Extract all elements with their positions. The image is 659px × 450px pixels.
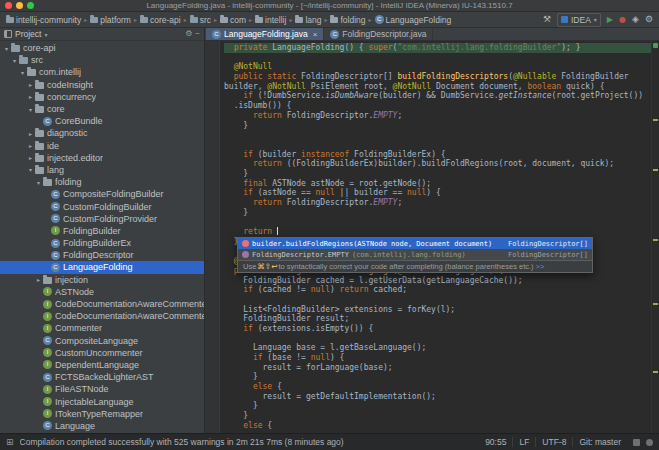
expand-arrow-icon[interactable]: ▸: [26, 81, 35, 88]
minimize-window-button[interactable]: [16, 2, 23, 9]
status-segment[interactable]: 90:55: [479, 437, 512, 447]
coverage-icon[interactable]: ◈: [632, 15, 639, 24]
tree-item-InjectableLanguage[interactable]: IInjectableLanguage: [0, 395, 204, 407]
breadcrumb-lang[interactable]: lang: [295, 15, 321, 25]
code-line[interactable]: if (base != null) {: [224, 353, 651, 363]
editor[interactable]: private LanguageFolding() { super("com.i…: [205, 41, 659, 433]
tab-LanguageFolding.java[interactable]: CLanguageFolding.java×: [206, 28, 324, 40]
code-line[interactable]: else {: [224, 421, 651, 431]
code-line[interactable]: [224, 130, 651, 140]
code-line[interactable]: [224, 140, 651, 150]
run-play-icon[interactable]: ▶: [607, 16, 613, 24]
code-line[interactable]: }: [224, 208, 651, 218]
collapse-arrow-icon[interactable]: ▾: [34, 179, 43, 186]
hint-more-link[interactable]: >>: [536, 262, 545, 271]
debug-bug-icon[interactable]: ●: [619, 16, 626, 24]
make-hammer-icon[interactable]: ⚒: [543, 15, 551, 24]
collapse-arrow-icon[interactable]: ▾: [2, 45, 11, 52]
code-line[interactable]: return FoldingDescriptor.EMPTY;: [224, 198, 651, 208]
expand-arrow-icon[interactable]: ▸: [26, 154, 35, 161]
tree-item-codeInsight[interactable]: ▸codeInsight: [0, 79, 204, 91]
code-line[interactable]: [224, 53, 651, 63]
collapse-arrow-icon[interactable]: ▾: [26, 166, 35, 173]
tree-item-concurrency[interactable]: ▸concurrency: [0, 91, 204, 103]
code-line[interactable]: if (builder instanceof FoldingBuilderEx)…: [224, 150, 651, 160]
tree-item-FCTSBackedLighterAST[interactable]: CFCTSBackedLighterAST: [0, 371, 204, 383]
breadcrumb-intellij-community[interactable]: intellij-community: [6, 15, 81, 25]
tree-item-FoldingBuilderEx[interactable]: CFoldingBuilderEx: [0, 237, 204, 249]
lock-icon[interactable]: [633, 439, 640, 446]
hector-inspector-icon[interactable]: [646, 439, 653, 446]
code-line[interactable]: List<FoldingBuilder> extensions = forKey…: [224, 305, 651, 315]
breadcrumb-intellij[interactable]: intellij: [255, 15, 286, 25]
warning-mark[interactable]: [653, 371, 658, 373]
tree-item-CodeDocumentationAwareCommenterEx[interactable]: ICodeDocumentationAwareCommenterEx: [0, 310, 204, 322]
tree-item-CoreBundle[interactable]: CCoreBundle: [0, 115, 204, 127]
code-line[interactable]: .isDumb()) {: [224, 101, 651, 111]
code-line[interactable]: }: [224, 411, 651, 421]
zoom-window-button[interactable]: [27, 2, 34, 9]
tree-item-FileASTNode[interactable]: IFileASTNode: [0, 383, 204, 395]
completion-item[interactable]: builder.buildFoldRegions(ASTNode node, D…: [238, 238, 592, 249]
toolwindow-toggle-icon[interactable]: ⊞: [6, 438, 14, 447]
code-line[interactable]: public static FoldingDescriptor[] buildF…: [224, 72, 651, 82]
code-line[interactable]: private LanguageFolding() { super("com.i…: [224, 43, 651, 53]
warning-mark[interactable]: [653, 119, 658, 121]
expand-arrow-icon[interactable]: ▸: [34, 276, 43, 283]
code-line[interactable]: result = getDefaultImplementation();: [224, 392, 651, 402]
code-line[interactable]: if (astNode == null || builder == null) …: [224, 188, 651, 198]
inspection-indicator[interactable]: [653, 43, 658, 48]
code-line[interactable]: if (extensions.isEmpty()) {: [224, 324, 651, 334]
code-line[interactable]: [224, 295, 651, 305]
tree-item-lang[interactable]: ▾lang: [0, 164, 204, 176]
expand-arrow-icon[interactable]: ▸: [26, 130, 35, 137]
tree-item-injection[interactable]: ▸injection: [0, 274, 204, 286]
completion-item[interactable]: FoldingDescriptor.EMPTY (com.intellij.la…: [238, 249, 592, 260]
code-line[interactable]: FoldingBuilder result;: [224, 314, 651, 324]
editor-scrollbar[interactable]: [651, 41, 659, 433]
code-line[interactable]: }: [224, 121, 651, 131]
run-configuration-select[interactable]: IDEA ▾: [557, 13, 601, 27]
collapse-arrow-icon[interactable]: ▾: [26, 106, 35, 113]
tree-item-CustomFoldingBuilder[interactable]: CCustomFoldingBuilder: [0, 200, 204, 212]
breadcrumb-src[interactable]: src: [190, 15, 211, 25]
code-line[interactable]: }: [224, 401, 651, 411]
project-view-chevron-down-icon[interactable]: ▾: [44, 31, 47, 38]
tree-item-injected.editor[interactable]: ▸injected.editor: [0, 152, 204, 164]
code-line[interactable]: }: [224, 169, 651, 179]
breadcrumb-core-api[interactable]: core-api: [140, 15, 181, 25]
expand-arrow-icon[interactable]: ▸: [26, 142, 35, 149]
tree-item-core-api[interactable]: ▾core-api: [0, 42, 204, 54]
code-line[interactable]: builder, @NotNull PsiElement root, @NotN…: [224, 82, 651, 92]
expand-arrow-icon[interactable]: ▸: [26, 93, 35, 100]
collapse-arrow-icon[interactable]: ▾: [10, 57, 19, 64]
code-line[interactable]: }: [224, 372, 651, 382]
warning-mark[interactable]: [653, 303, 658, 305]
code-line[interactable]: [224, 217, 651, 227]
breadcrumb-LanguageFolding[interactable]: CLanguageFolding: [375, 15, 452, 25]
status-message[interactable]: Compilation completed successfully with …: [20, 437, 474, 447]
tree-item-core[interactable]: ▾core: [0, 103, 204, 115]
tree-item-ASTNode[interactable]: IASTNode: [0, 286, 204, 298]
status-segment[interactable]: Git: master: [572, 437, 627, 447]
code-line[interactable]: return ((FoldingBuilderEx)builder).build…: [224, 159, 651, 169]
tree-item-FoldingDescriptor[interactable]: CFoldingDescriptor: [0, 249, 204, 261]
code-line[interactable]: Language base = l.getBaseLanguage();: [224, 343, 651, 353]
code-line[interactable]: return FoldingDescriptor.EMPTY;: [224, 111, 651, 121]
panel-hide-icon[interactable]: −: [195, 30, 200, 38]
code-line[interactable]: FoldingBuilder cached = l.getUserData(ge…: [224, 276, 651, 286]
tree-item-ITokenTypeRemapper[interactable]: IITokenTypeRemapper: [0, 408, 204, 420]
breadcrumb-platform[interactable]: platform: [90, 15, 131, 25]
tree-item-CustomFoldingProvider[interactable]: CCustomFoldingProvider: [0, 213, 204, 225]
tree-item-CustomUncommenter[interactable]: ICustomUncommenter: [0, 347, 204, 359]
tree-item-DependentLanguage[interactable]: IDependentLanguage: [0, 359, 204, 371]
code-line[interactable]: if (!DumbService.isDumbAware(builder) &&…: [224, 91, 651, 101]
tab-FoldingDescriptor.java[interactable]: CFoldingDescriptor.java: [324, 28, 433, 40]
code-line[interactable]: final ASTNode astNode = root.getNode();: [224, 179, 651, 189]
breadcrumb-folding[interactable]: folding: [330, 15, 365, 25]
warning-mark[interactable]: [653, 239, 658, 241]
tree-item-Commenter[interactable]: ICommenter: [0, 322, 204, 334]
tree-item-Language[interactable]: CLanguage: [0, 420, 204, 432]
tree-item-CompositeLanguage[interactable]: CCompositeLanguage: [0, 335, 204, 347]
warning-mark[interactable]: [653, 169, 658, 171]
